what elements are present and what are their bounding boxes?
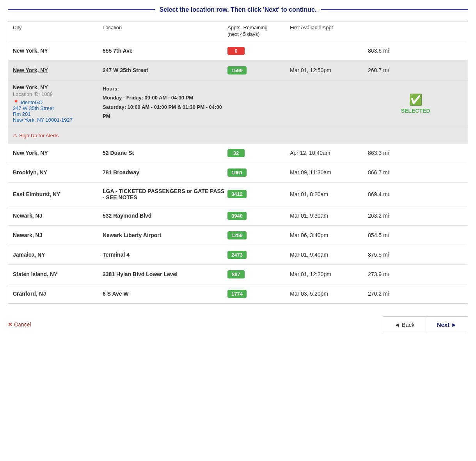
back-button[interactable]: ◄ Back [383, 316, 425, 333]
location-cell: Terminal 4 [103, 252, 227, 258]
city-cell: New York, NY [13, 48, 103, 54]
city-cell: New York, NY [13, 67, 103, 73]
next-button[interactable]: Next ► [426, 316, 468, 333]
cancel-x-icon: ✕ [8, 321, 12, 328]
table-row[interactable]: Newark, NJ Newark Liberty Airport 1259 M… [8, 226, 468, 245]
address-line2: Rm 201 [13, 111, 103, 117]
first-appt-cell: Mar 01, 9:30am [290, 213, 368, 219]
location-cell: 555 7th Ave [103, 48, 227, 54]
badge-cell: 1599 [227, 66, 290, 74]
city-cell: Cranford, NJ [13, 291, 103, 297]
col-distance [368, 25, 463, 38]
city-cell: Brooklyn, NY [13, 169, 103, 176]
city-cell: East Elmhurst, NY [13, 191, 103, 197]
table-row[interactable]: New York, NY 247 W 35th Street 1599 Mar … [8, 61, 468, 80]
first-appt-cell: Mar 01, 12:20pm [290, 271, 368, 277]
hours-line2: Saturday: 10:00 AM - 01:00 PM & 01:30 PM… [103, 103, 227, 121]
appts-badge: 0 [227, 47, 245, 55]
pin-icon: 📍 [13, 99, 19, 105]
location-cell: 532 Raymond Blvd [103, 213, 227, 219]
first-appt-cell: Mar 01, 12:50pm [290, 67, 368, 73]
cancel-button[interactable]: ✕ Cancel [8, 321, 31, 328]
table-row[interactable]: East Elmhurst, NY LGA - TICKETED PASSENG… [8, 183, 468, 206]
badge-cell: 0 [227, 47, 290, 55]
distance-cell: 273.9 mi [368, 271, 463, 277]
instruction-text: Select the location row. Then click 'Nex… [160, 6, 317, 13]
location-table: City Location Appts. Remaining (next 45 … [8, 21, 468, 304]
footer: ✕ Cancel ◄ Back Next ► [8, 313, 468, 336]
distance-cell: 270.2 mi [368, 291, 463, 297]
badge-cell: 2473 [227, 251, 290, 259]
location-cell: 2381 Hylan Blvd Lower Level [103, 271, 227, 277]
distance-cell: 260.7 mi [368, 67, 463, 73]
alert-row: ⚠ Sign Up for Alerts [8, 127, 468, 144]
appts-badge: 887 [227, 270, 245, 278]
badge-cell: 32 [227, 149, 290, 157]
first-appt-cell: Mar 03, 5:20pm [290, 291, 368, 297]
distance-cell: 875.5 mi [368, 252, 463, 258]
appts-badge: 3940 [227, 212, 247, 220]
detail-hours: Hours: Monday - Friday: 09:00 AM - 04:30… [103, 84, 227, 123]
address-line3: New York, NY 10001-1927 [13, 117, 103, 123]
location-cell: 781 Broadway [103, 169, 227, 176]
city-cell: Staten Island, NY [13, 271, 103, 277]
header-line-left [8, 9, 155, 10]
table-row[interactable]: Staten Island, NY 2381 Hylan Blvd Lower … [8, 265, 468, 284]
table-row[interactable]: Brooklyn, NY 781 Broadway 1061 Mar 09, 1… [8, 163, 468, 183]
city-cell: Newark, NJ [13, 232, 103, 238]
badge-cell: 1774 [227, 290, 290, 298]
table-row[interactable]: Newark, NJ 532 Raymond Blvd 3940 Mar 01,… [8, 206, 468, 226]
table-row[interactable]: Cranford, NJ 6 S Ave W 1774 Mar 03, 5:20… [8, 284, 468, 303]
col-first-appt: First Available Appt. [290, 25, 368, 38]
selected-indicator: ✅ SELECTED [368, 84, 463, 123]
header-line-right [321, 9, 468, 10]
appts-badge: 32 [227, 149, 245, 157]
identogo-link[interactable]: 📍 IdentoGO [13, 99, 103, 105]
appts-badge: 1061 [227, 168, 247, 177]
appts-badge: 1259 [227, 231, 247, 239]
distance-cell: 854.5 mi [368, 232, 463, 238]
appts-badge: 1774 [227, 290, 247, 298]
page-container: Select the location row. Then click 'Nex… [0, 0, 476, 461]
badge-cell: 1259 [227, 231, 290, 239]
column-headers: City Location Appts. Remaining (next 45 … [8, 21, 468, 41]
hours-label: Hours: [103, 84, 227, 93]
location-cell: 247 W 35th Street [103, 67, 227, 73]
address-line1: 247 W 35th Street [13, 105, 103, 111]
first-appt-cell: Mar 06, 3:40pm [290, 232, 368, 238]
check-circle-icon: ✅ [409, 93, 423, 106]
col-location: Location [103, 25, 227, 38]
header-instruction: Select the location row. Then click 'Nex… [8, 6, 468, 13]
hours-line1: Monday - Friday: 09:00 AM - 04:30 PM [103, 93, 227, 102]
back-arrow-icon: ◄ [394, 321, 400, 328]
first-appt-cell: Apr 12, 10:40am [290, 150, 368, 156]
alert-label: Sign Up for Alerts [19, 133, 59, 138]
col-city: City [13, 25, 103, 38]
alert-icon: ⚠ [13, 133, 18, 138]
city-cell: Newark, NJ [13, 213, 103, 219]
city-cell: New York, NY [13, 150, 103, 156]
appts-badge: 2473 [227, 251, 247, 259]
sign-up-alerts-link[interactable]: ⚠ Sign Up for Alerts [13, 133, 463, 138]
detail-city: New York, NY [13, 84, 103, 90]
location-cell: 52 Duane St [103, 150, 227, 156]
first-appt-cell: Mar 01, 8:20am [290, 191, 368, 197]
badge-cell: 3940 [227, 212, 290, 220]
detail-badge [227, 84, 290, 123]
appts-badge: 3412 [227, 190, 247, 198]
next-arrow-icon: ► [451, 321, 457, 328]
first-appt-cell: Mar 09, 11:30am [290, 169, 368, 176]
appts-badge: 1599 [227, 66, 247, 74]
location-cell: Newark Liberty Airport [103, 232, 227, 238]
distance-cell: 869.4 mi [368, 191, 463, 197]
location-id: Location ID: 1089 [13, 91, 103, 97]
distance-cell: 863.6 mi [368, 48, 463, 54]
table-row[interactable]: Jamaica, NY Terminal 4 2473 Mar 01, 9:40… [8, 245, 468, 265]
first-appt-cell: Mar 01, 9:40am [290, 252, 368, 258]
table-row[interactable]: New York, NY 555 7th Ave 0 863.6 mi [8, 41, 468, 61]
selected-label: SELECTED [401, 108, 430, 114]
table-row[interactable]: New York, NY 52 Duane St 32 Apr 12, 10:4… [8, 144, 468, 163]
expanded-detail-row: New York, NY Location ID: 1089 📍 IdentoG… [8, 80, 468, 127]
location-cell: 6 S Ave W [103, 291, 227, 297]
cancel-label: Cancel [14, 321, 31, 328]
